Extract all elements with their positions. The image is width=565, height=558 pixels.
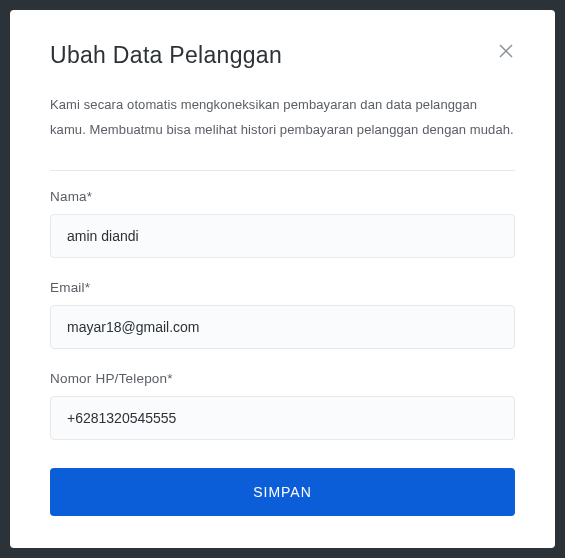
form-group-email: Email* (50, 280, 515, 349)
phone-input[interactable] (50, 396, 515, 440)
form-group-name: Nama* (50, 189, 515, 258)
email-field[interactable] (50, 305, 515, 349)
name-label: Nama* (50, 189, 515, 204)
save-button[interactable]: SIMPAN (50, 468, 515, 516)
close-icon (499, 44, 513, 58)
divider (50, 170, 515, 171)
name-input[interactable] (50, 214, 515, 258)
form-group-phone: Nomor HP/Telepon* (50, 371, 515, 440)
email-label: Email* (50, 280, 515, 295)
modal-header: Ubah Data Pelanggan (50, 42, 515, 69)
edit-customer-modal: Ubah Data Pelanggan Kami secara otomatis… (10, 10, 555, 548)
close-button[interactable] (497, 42, 515, 60)
modal-description: Kami secara otomatis mengkoneksikan pemb… (50, 93, 515, 142)
modal-title: Ubah Data Pelanggan (50, 42, 282, 69)
phone-label: Nomor HP/Telepon* (50, 371, 515, 386)
